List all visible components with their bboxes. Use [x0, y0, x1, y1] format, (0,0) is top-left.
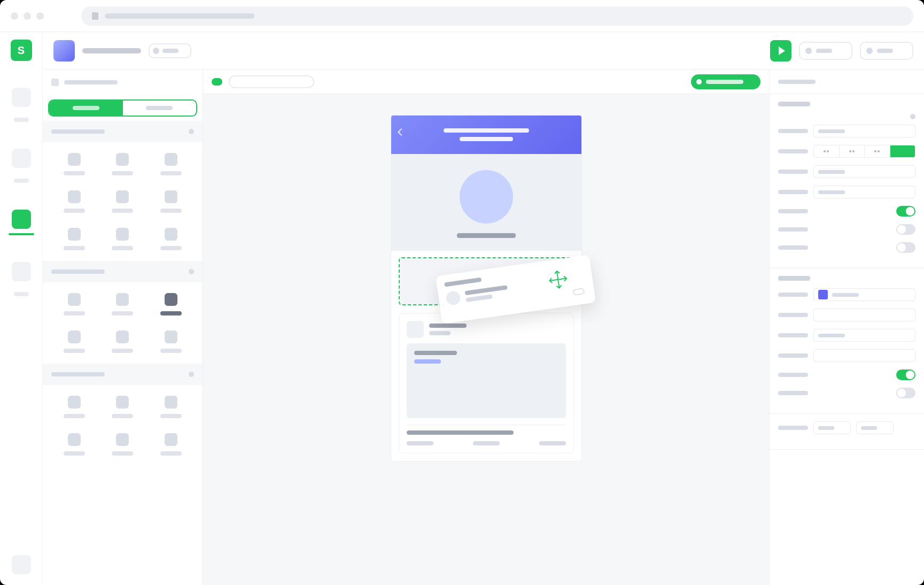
profile-name — [457, 233, 516, 238]
alignment-control[interactable] — [813, 145, 915, 158]
component-item[interactable] — [152, 396, 190, 418]
component-item[interactable] — [104, 228, 141, 250]
close-dot[interactable] — [11, 12, 18, 20]
tab-2[interactable] — [123, 101, 197, 116]
component-item[interactable] — [104, 330, 141, 353]
rail-item-3-active[interactable] — [12, 210, 31, 229]
avatar — [460, 170, 513, 224]
toolbar-button-1[interactable] — [799, 42, 852, 60]
color-input[interactable] — [813, 288, 915, 301]
property-input[interactable] — [813, 309, 915, 321]
component-item[interactable] — [152, 153, 190, 175]
color-swatch-icon — [818, 290, 828, 299]
component-item[interactable] — [104, 153, 141, 175]
rail-label-1 — [14, 118, 29, 122]
component-item[interactable] — [56, 293, 93, 315]
toggle-switch[interactable] — [896, 242, 915, 253]
property-input[interactable] — [813, 165, 915, 178]
component-item[interactable] — [104, 433, 141, 456]
component-item[interactable] — [56, 153, 93, 175]
top-toolbar — [43, 32, 924, 70]
app-logo[interactable]: S — [11, 40, 32, 61]
rail-label-2 — [14, 179, 29, 183]
toggle-switch[interactable] — [896, 206, 915, 217]
toggle-switch[interactable] — [896, 224, 915, 235]
preview-button[interactable] — [691, 74, 760, 89]
profile-section — [391, 154, 581, 251]
canvas-toolbar — [203, 70, 769, 94]
properties-header — [770, 70, 924, 94]
component-item[interactable] — [104, 293, 141, 315]
project-name — [82, 48, 141, 53]
toggle-switch[interactable] — [896, 388, 915, 398]
properties-panel — [769, 70, 924, 585]
component-item[interactable] — [104, 396, 141, 418]
section-head-1[interactable] — [43, 121, 203, 142]
play-icon — [779, 47, 785, 55]
property-input[interactable] — [813, 186, 915, 198]
url-text — [105, 13, 254, 19]
panel-tabs — [48, 99, 197, 117]
rail-item-4[interactable] — [12, 262, 31, 281]
component-item[interactable] — [152, 433, 190, 456]
header-title — [444, 128, 529, 133]
component-grid-1 — [43, 142, 203, 261]
item-avatar-icon — [445, 290, 461, 306]
section-title — [778, 276, 810, 281]
canvas — [203, 70, 769, 585]
component-item-selected[interactable] — [152, 293, 190, 315]
property-input[interactable] — [813, 125, 915, 137]
component-item[interactable] — [152, 228, 190, 250]
rail-label-4 — [14, 292, 29, 296]
nav-rail: S — [0, 32, 43, 585]
browser-chrome — [0, 0, 924, 32]
mode-toggle[interactable] — [149, 43, 191, 58]
section-title — [778, 102, 810, 106]
component-item[interactable] — [56, 433, 93, 456]
url-bar[interactable] — [81, 6, 913, 26]
section-head-3[interactable] — [43, 364, 203, 385]
app-window: S — [0, 0, 924, 585]
component-item[interactable] — [152, 330, 190, 353]
component-panel — [43, 70, 203, 585]
card-icon — [407, 321, 424, 338]
project-icon[interactable] — [53, 40, 75, 61]
card-body — [407, 343, 566, 418]
component-grid-2 — [43, 282, 203, 364]
lock-icon — [92, 12, 98, 20]
traffic-lights — [11, 12, 44, 20]
component-grid-3 — [43, 385, 203, 466]
section-head-2[interactable] — [43, 261, 203, 282]
toggle-icon — [572, 288, 585, 296]
rail-item-1[interactable] — [12, 88, 31, 107]
component-item[interactable] — [56, 396, 93, 418]
toggle-switch[interactable] — [896, 370, 915, 380]
tab-1[interactable] — [49, 101, 123, 116]
component-item[interactable] — [152, 190, 190, 213]
card-footer — [407, 435, 566, 445]
screen-selector[interactable] — [229, 75, 314, 88]
rail-active-indicator — [9, 233, 34, 235]
component-item[interactable] — [104, 190, 141, 213]
property-input[interactable] — [813, 349, 915, 362]
component-item[interactable] — [56, 228, 93, 250]
play-button[interactable] — [770, 40, 791, 61]
move-icon — [546, 267, 570, 291]
property-input[interactable] — [813, 329, 915, 342]
minimize-dot[interactable] — [24, 12, 31, 20]
canvas-stage[interactable] — [203, 94, 769, 585]
list-card — [399, 313, 574, 453]
rail-item-bottom[interactable] — [12, 555, 31, 574]
back-icon — [397, 128, 405, 136]
header-subtitle — [460, 137, 513, 141]
phone-header — [391, 116, 581, 154]
toolbar-button-2[interactable] — [860, 42, 913, 60]
maximize-dot[interactable] — [36, 12, 44, 20]
size-input[interactable] — [856, 421, 894, 434]
status-indicator — [212, 78, 222, 86]
rail-item-2[interactable] — [12, 149, 31, 168]
size-input[interactable] — [813, 421, 851, 434]
component-item[interactable] — [56, 190, 93, 213]
panel-header — [43, 70, 203, 95]
component-item[interactable] — [56, 330, 93, 353]
